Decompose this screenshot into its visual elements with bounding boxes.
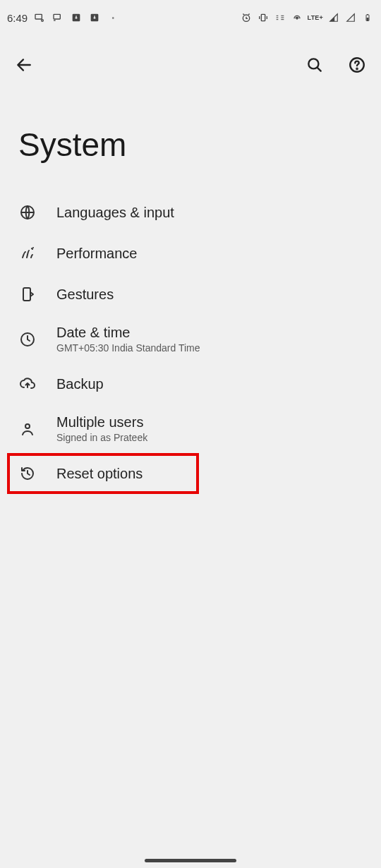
status-right: LTE+ bbox=[240, 11, 374, 24]
item-reset-options[interactable]: Reset options bbox=[7, 453, 199, 494]
clock-icon bbox=[18, 330, 37, 349]
gestures-icon bbox=[18, 285, 37, 303]
svg-point-7 bbox=[296, 18, 297, 19]
signal2-icon bbox=[344, 11, 357, 24]
help-button[interactable] bbox=[344, 52, 370, 78]
item-sub: GMT+05:30 India Standard Time bbox=[56, 342, 200, 354]
svg-point-1 bbox=[42, 20, 44, 22]
app-bar bbox=[0, 34, 381, 83]
item-label: Backup bbox=[56, 376, 104, 392]
person-icon bbox=[18, 420, 37, 438]
item-label: Performance bbox=[56, 246, 138, 262]
nav-handle[interactable] bbox=[145, 859, 236, 862]
item-languages-input[interactable]: Languages & input bbox=[0, 192, 381, 233]
item-label: Gestures bbox=[56, 287, 114, 303]
status-time: 6:49 bbox=[7, 12, 28, 24]
svg-rect-0 bbox=[35, 14, 42, 19]
status-bar: 6:49 • LTE+ bbox=[0, 0, 381, 34]
item-label: Date & time bbox=[56, 325, 200, 341]
history-icon bbox=[18, 464, 37, 483]
item-sub: Signed in as Prateek bbox=[56, 432, 147, 443]
download-icon bbox=[70, 11, 83, 24]
performance-icon bbox=[18, 244, 37, 263]
svg-point-13 bbox=[356, 68, 357, 69]
alarm-icon bbox=[240, 11, 253, 24]
volte-icon bbox=[274, 11, 286, 24]
vibrate-icon bbox=[257, 11, 270, 24]
item-label: Reset options bbox=[56, 466, 143, 482]
search-button[interactable] bbox=[302, 52, 327, 78]
item-label: Languages & input bbox=[56, 205, 174, 221]
page-title: System bbox=[0, 83, 381, 192]
item-performance[interactable]: Performance bbox=[0, 233, 381, 274]
globe-icon bbox=[18, 203, 37, 222]
status-left: 6:49 • bbox=[7, 11, 119, 24]
more-dot-icon: • bbox=[107, 11, 119, 24]
item-multiple-users[interactable]: Multiple users Signed in as Prateek bbox=[0, 404, 381, 453]
cloud-upload-icon bbox=[18, 375, 37, 393]
download2-icon bbox=[88, 11, 101, 24]
svg-rect-9 bbox=[367, 14, 368, 15]
signal1-icon bbox=[327, 11, 340, 24]
item-label: Multiple users bbox=[56, 414, 147, 430]
lte-indicator: LTE+ bbox=[308, 14, 323, 21]
settings-list: Languages & input Performance Gestures D… bbox=[0, 192, 381, 494]
battery-icon bbox=[361, 11, 374, 24]
hotspot-icon bbox=[291, 11, 303, 24]
item-backup[interactable]: Backup bbox=[0, 363, 381, 404]
svg-rect-2 bbox=[54, 14, 60, 19]
svg-rect-6 bbox=[261, 14, 265, 20]
svg-rect-15 bbox=[23, 288, 30, 301]
cast-icon bbox=[33, 11, 46, 24]
item-gestures[interactable]: Gestures bbox=[0, 274, 381, 315]
item-date-time[interactable]: Date & time GMT+05:30 India Standard Tim… bbox=[0, 315, 381, 363]
cast2-icon bbox=[52, 11, 64, 24]
svg-rect-10 bbox=[367, 18, 369, 20]
back-button[interactable] bbox=[11, 52, 37, 78]
svg-point-17 bbox=[25, 424, 30, 428]
